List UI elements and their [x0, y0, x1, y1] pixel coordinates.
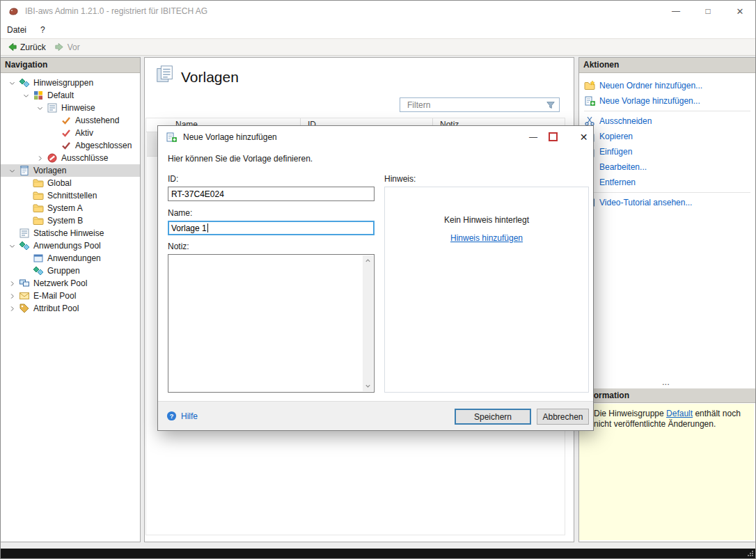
app-window: IBI-aws Admin 1.21.0 - registriert für I…: [0, 0, 756, 559]
tree-label: Vorlagen: [33, 166, 66, 175]
tree-item-email-pool[interactable]: E-Mail Pool: [1, 290, 140, 302]
dialog-close-button[interactable]: ✕: [574, 126, 593, 148]
dialog-minimize-button[interactable]: —: [524, 126, 542, 148]
filter-funnel-icon[interactable]: [546, 100, 556, 110]
tree-item-schnittstellen[interactable]: Schnittstellen: [1, 189, 140, 202]
tree-item-ausstehend[interactable]: Ausstehend: [1, 114, 140, 127]
action-new-template[interactable]: Neue Vorlage hinzufügen...: [579, 93, 755, 109]
dialog-title: Neue Vorlage hinzufügen: [183, 132, 277, 142]
chevron-down-icon[interactable]: [6, 77, 17, 88]
chevron-down-icon[interactable]: [6, 165, 17, 176]
back-label: Zurück: [20, 42, 46, 52]
name-value: Vorlage 1: [171, 223, 207, 233]
action-cut[interactable]: Ausschneiden: [579, 113, 755, 129]
tree-item-system-a[interactable]: System A: [1, 202, 140, 214]
tree-item-anwendungen[interactable]: Anwendungen: [1, 252, 140, 265]
list-icon: [19, 228, 30, 239]
tree-item-anwendungs-pool[interactable]: Anwendungs Pool: [1, 239, 140, 252]
filter-input[interactable]: Filtern: [400, 97, 560, 112]
actions-header: Aktionen: [579, 58, 755, 73]
mail-icon: [19, 290, 30, 301]
no-entry-icon: [47, 152, 58, 164]
action-remove[interactable]: Entfernen: [579, 175, 755, 190]
add-hinweis-link[interactable]: Hinweis hinzufügen: [450, 233, 523, 243]
chevron-right-icon[interactable]: [6, 290, 17, 301]
chevron-down-icon[interactable]: [6, 240, 17, 251]
name-field[interactable]: Vorlage 1: [168, 221, 375, 235]
templates-page-icon: [155, 64, 175, 85]
dialog-description: Hier können Sie die Vorlage definieren.: [168, 154, 313, 164]
new-form-icon: [584, 95, 595, 107]
notiz-field[interactable]: [168, 254, 375, 393]
new-template-dialog: Neue Vorlage hinzufügen — ✕ Hier können …: [157, 125, 594, 431]
action-new-folder[interactable]: Neuen Ordner hinzufügen...: [579, 78, 755, 93]
forward-label: Vor: [68, 42, 80, 52]
action-video-tutorial[interactable]: Video-Tutorial ansehen...: [579, 195, 755, 210]
action-label: Bearbeiten...: [599, 162, 647, 172]
action-label: Neue Vorlage hinzufügen...: [599, 96, 700, 106]
tree-item-netzwerk-pool[interactable]: Netzwerk Pool: [1, 277, 140, 290]
menu-help[interactable]: ?: [33, 22, 52, 38]
default-group-link[interactable]: Default: [666, 409, 693, 418]
page-title: Vorlagen: [181, 69, 239, 86]
minimize-button[interactable]: —: [660, 0, 692, 22]
navigation-panel: Navigation Hinweisgruppen Default Hinwei…: [0, 57, 141, 542]
tree-item-vorlagen[interactable]: Vorlagen: [1, 164, 140, 177]
tree-item-gruppen[interactable]: Gruppen: [1, 265, 140, 277]
statusbar: [0, 549, 756, 559]
tree-label: Global: [47, 178, 72, 188]
forward-arrow-icon: [54, 42, 65, 52]
action-label: Kopieren: [599, 132, 633, 141]
action-edit[interactable]: Bearbeiten...: [579, 159, 755, 175]
name-label: Name:: [168, 208, 192, 218]
tree-label: Gruppen: [47, 266, 80, 276]
action-label: Entfernen: [599, 178, 636, 187]
tree-item-abgeschlossen[interactable]: Abgeschlossen: [1, 139, 140, 152]
menu-datei[interactable]: Datei: [0, 22, 33, 38]
folder-icon: [33, 215, 44, 226]
tree-item-aktiv[interactable]: Aktiv: [1, 127, 140, 139]
tree-item-system-b[interactable]: System B: [1, 214, 140, 227]
navigation-header: Navigation: [1, 58, 140, 73]
titlebar: IBI-aws Admin 1.21.0 - registriert für I…: [0, 0, 756, 22]
notiz-scrollbar[interactable]: [363, 255, 373, 391]
tree-item-hinweise[interactable]: Hinweise: [1, 102, 140, 114]
chevron-down-icon[interactable]: [20, 90, 31, 101]
information-header: Information: [579, 388, 755, 403]
action-label: Video-Tutorial ansehen...: [599, 198, 692, 207]
tree-item-global[interactable]: Global: [1, 177, 140, 189]
help-link[interactable]: Hilfe: [166, 402, 198, 430]
save-button[interactable]: Speichern: [455, 409, 531, 425]
chevron-right-icon[interactable]: [6, 303, 17, 314]
forward-button[interactable]: Vor: [50, 39, 84, 55]
tree-label: Ausstehend: [75, 116, 119, 125]
window-icon: [33, 253, 44, 264]
dialog-maximize-button[interactable]: [545, 126, 560, 148]
scroll-up-icon[interactable]: [364, 257, 372, 265]
chevron-right-icon[interactable]: [34, 152, 45, 164]
resize-grip[interactable]: [747, 550, 754, 557]
actions-list: Neuen Ordner hinzufügen... Neue Vorlage …: [579, 73, 755, 210]
actions-separator: [584, 111, 750, 111]
cancel-button[interactable]: Abbrechen: [537, 409, 589, 425]
tree-label: System B: [47, 216, 83, 226]
tree-item-attribut-pool[interactable]: Attribut Pool: [1, 302, 140, 315]
tree-item-default[interactable]: Default: [1, 89, 140, 102]
maximize-button[interactable]: □: [692, 0, 724, 22]
red-square-icon: [549, 132, 558, 141]
action-label: Einfügen: [599, 147, 632, 157]
scroll-down-icon[interactable]: [364, 382, 372, 390]
chevron-down-icon[interactable]: [34, 102, 45, 113]
chevron-right-icon[interactable]: [6, 278, 17, 289]
close-button[interactable]: ✕: [724, 0, 756, 22]
back-button[interactable]: Zurück: [3, 39, 50, 55]
id-field[interactable]: RT-37C4E024: [168, 187, 375, 201]
action-copy[interactable]: Kopieren: [579, 129, 755, 144]
tree-item-statische-hinweise[interactable]: Statische Hinweise: [1, 227, 140, 239]
id-label: ID:: [168, 174, 178, 184]
action-paste[interactable]: Einfügen: [579, 144, 755, 159]
tree-item-hinweisgruppen[interactable]: Hinweisgruppen: [1, 77, 140, 89]
tree-item-ausschluesse[interactable]: Ausschlüsse: [1, 152, 140, 164]
tag-icon: [19, 303, 30, 314]
list-icon: [47, 102, 58, 113]
